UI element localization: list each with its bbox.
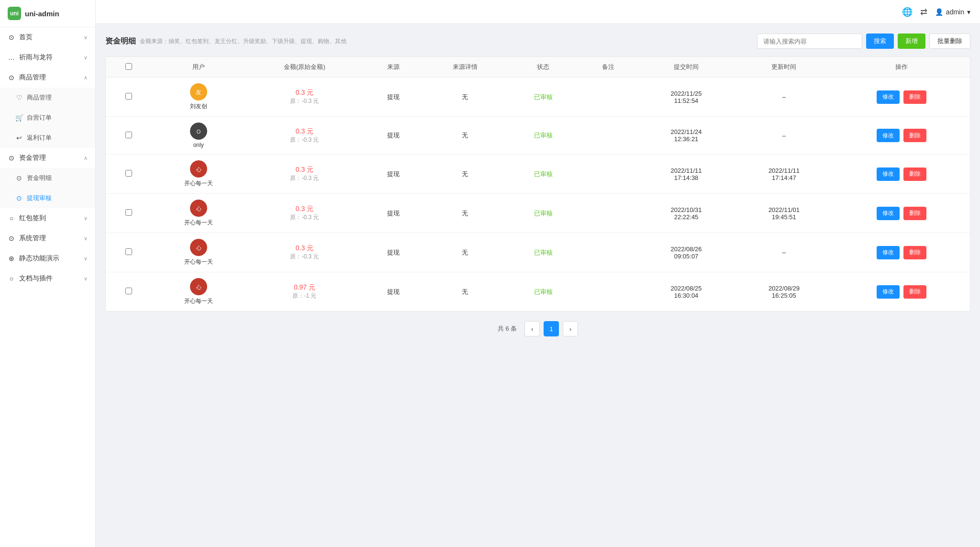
row-select-checkbox[interactable] bbox=[125, 248, 132, 255]
page-title-area: 资金明细 金额来源：抽奖、红包签到、龙王分红、升级奖励、下级升级、提现、购物、其… bbox=[105, 36, 346, 46]
delete-button[interactable]: 删除 bbox=[903, 90, 926, 104]
translate-icon[interactable]: ⇄ bbox=[920, 7, 927, 17]
svg-text:心: 心 bbox=[195, 206, 201, 212]
th-update-time: 更新时间 bbox=[735, 57, 833, 78]
row-submit-time: 2022/08/2609:05:07 bbox=[637, 233, 735, 272]
search-input[interactable] bbox=[757, 33, 862, 49]
edit-button[interactable]: 修改 bbox=[877, 207, 900, 220]
chevron-up-icon: ∧ bbox=[84, 155, 88, 161]
row-status: 已审核 bbox=[507, 117, 579, 155]
delete-button[interactable]: 删除 bbox=[903, 167, 926, 181]
sidebar-item-self-orders[interactable]: 🛒 自营订单 bbox=[0, 108, 95, 128]
row-status: 已审核 bbox=[507, 272, 579, 312]
row-source-detail: 无 bbox=[423, 272, 507, 312]
sidebar-item-redpacket[interactable]: ○ 红包签到 ∨ bbox=[0, 208, 95, 228]
sidebar-item-static[interactable]: ⊛ 静态功能演示 ∨ bbox=[0, 248, 95, 268]
row-select-checkbox[interactable] bbox=[125, 288, 132, 294]
delete-button[interactable]: 删除 bbox=[903, 129, 926, 142]
sidebar-item-goods-manage[interactable]: ♡ 商品管理 bbox=[0, 88, 95, 108]
row-status: 已审核 bbox=[507, 233, 579, 272]
row-user: 心 开心每一天 bbox=[152, 194, 245, 233]
row-actions: 修改 删除 bbox=[833, 272, 970, 312]
row-checkbox bbox=[106, 233, 152, 272]
row-remark bbox=[579, 78, 637, 117]
page-header: 资金明细 金额来源：抽奖、红包签到、龙王分红、升级奖励、下级升级、提现、购物、其… bbox=[105, 33, 970, 49]
row-user: 心 开心每一天 bbox=[152, 272, 245, 312]
batch-delete-button[interactable]: 批量删除 bbox=[929, 33, 970, 49]
pagination: 共 6 条 ‹ 1 › bbox=[105, 312, 970, 346]
row-source: 提现 bbox=[364, 117, 423, 155]
goods-icon: ⊙ bbox=[8, 74, 15, 81]
delete-button[interactable]: 删除 bbox=[903, 207, 926, 220]
row-amount: 0.97 元 原：-1 元 bbox=[245, 272, 365, 312]
row-status: 已审核 bbox=[507, 155, 579, 194]
sidebar-item-finance[interactable]: ⊙ 资金管理 ∧ bbox=[0, 148, 95, 168]
sidebar-item-rebate-orders-label: 返利订单 bbox=[27, 134, 52, 142]
sidebar-item-system[interactable]: ⊙ 系统管理 ∨ bbox=[0, 228, 95, 248]
edit-button[interactable]: 修改 bbox=[877, 167, 900, 181]
app-name: uni-admin bbox=[25, 10, 59, 18]
sidebar-item-finance-detail[interactable]: ⊙ 资金明细 bbox=[0, 168, 95, 188]
chevron-down-icon: ∨ bbox=[84, 34, 88, 41]
select-all-checkbox[interactable] bbox=[125, 63, 132, 70]
row-user: 心 开心每一天 bbox=[152, 233, 245, 272]
row-update-time: 2022/11/1117:14:47 bbox=[735, 155, 833, 194]
prayer-icon: … bbox=[8, 54, 15, 61]
add-button[interactable]: 新增 bbox=[898, 33, 925, 49]
row-update-time: 2022/08/2916:25:05 bbox=[735, 272, 833, 312]
pagination-total: 共 6 条 bbox=[498, 324, 517, 333]
row-select-checkbox[interactable] bbox=[125, 170, 132, 177]
search-button[interactable]: 搜索 bbox=[866, 33, 894, 49]
row-source-detail: 无 bbox=[423, 117, 507, 155]
review-icon: ⊙ bbox=[15, 194, 23, 202]
sidebar-item-prayer[interactable]: … 祈雨与龙符 ∨ bbox=[0, 47, 95, 67]
th-source: 来源 bbox=[364, 57, 423, 78]
row-select-checkbox[interactable] bbox=[125, 209, 132, 216]
row-select-checkbox[interactable] bbox=[125, 93, 132, 100]
sidebar-item-finance-detail-label: 资金明细 bbox=[27, 174, 52, 182]
row-amount: 0.3 元 原：-0.3 元 bbox=[245, 78, 365, 117]
th-checkbox bbox=[106, 57, 152, 78]
edit-button[interactable]: 修改 bbox=[877, 90, 900, 104]
pagination-page-1[interactable]: 1 bbox=[544, 321, 559, 336]
edit-button[interactable]: 修改 bbox=[877, 129, 900, 142]
pagination-prev[interactable]: ‹ bbox=[524, 321, 540, 336]
th-amount: 金额(原始金额) bbox=[245, 57, 365, 78]
row-user: 心 开心每一天 bbox=[152, 155, 245, 194]
row-submit-time: 2022/10/3122:22:45 bbox=[637, 194, 735, 233]
system-icon: ⊙ bbox=[8, 234, 15, 242]
edit-button[interactable]: 修改 bbox=[877, 285, 900, 299]
row-checkbox bbox=[106, 272, 152, 312]
user-chevron-icon: ▾ bbox=[967, 8, 970, 16]
row-remark bbox=[579, 155, 637, 194]
sidebar-item-withdraw-review-label: 提现审核 bbox=[27, 194, 52, 202]
table-row: 心 开心每一天 0.3 元 原：-0.3 元 提现 无 已审核 2022/11/… bbox=[106, 155, 970, 194]
row-source-detail: 无 bbox=[423, 194, 507, 233]
sidebar-item-rebate-orders[interactable]: ↩ 返利订单 bbox=[0, 128, 95, 148]
user-menu[interactable]: 👤 admin ▾ bbox=[935, 8, 970, 16]
row-remark bbox=[579, 272, 637, 312]
svg-text:心: 心 bbox=[195, 284, 201, 290]
sidebar-item-home[interactable]: ⊙ 首页 ∨ bbox=[0, 27, 95, 47]
chevron-down-icon: ∨ bbox=[84, 55, 88, 61]
row-remark bbox=[579, 117, 637, 155]
pagination-next[interactable]: › bbox=[563, 321, 578, 336]
row-amount: 0.3 元 原：-0.3 元 bbox=[245, 194, 365, 233]
delete-button[interactable]: 删除 bbox=[903, 285, 926, 299]
sidebar-item-docs[interactable]: ○ 文档与插件 ∨ bbox=[0, 268, 95, 289]
header: 🌐 ⇄ 👤 admin ▾ bbox=[96, 0, 980, 24]
delete-button[interactable]: 删除 bbox=[903, 246, 926, 259]
edit-button[interactable]: 修改 bbox=[877, 246, 900, 259]
sidebar-sub-goods: ♡ 商品管理 🛒 自营订单 ↩ 返利订单 bbox=[0, 88, 95, 148]
table-row: 心 开心每一天 0.97 元 原：-1 元 提现 无 已审核 2022/08/2… bbox=[106, 272, 970, 312]
rebate-icon: ↩ bbox=[15, 134, 23, 142]
page-subtitle: 金额来源：抽奖、红包签到、龙王分红、升级奖励、下级升级、提现、购物、其他 bbox=[140, 37, 346, 45]
row-select-checkbox[interactable] bbox=[125, 132, 132, 138]
row-actions: 修改 删除 bbox=[833, 78, 970, 117]
globe-icon[interactable]: 🌐 bbox=[902, 7, 913, 17]
chevron-down-icon: ∨ bbox=[84, 215, 88, 222]
body-wrap: 资金明细 金额来源：抽奖、红包签到、龙王分红、升级奖励、下级升级、提现、购物、其… bbox=[96, 24, 980, 547]
sidebar-item-home-label: 首页 bbox=[19, 33, 33, 42]
sidebar-item-withdraw-review[interactable]: ⊙ 提现审核 bbox=[0, 188, 95, 208]
sidebar-item-goods[interactable]: ⊙ 商品管理 ∧ bbox=[0, 67, 95, 88]
